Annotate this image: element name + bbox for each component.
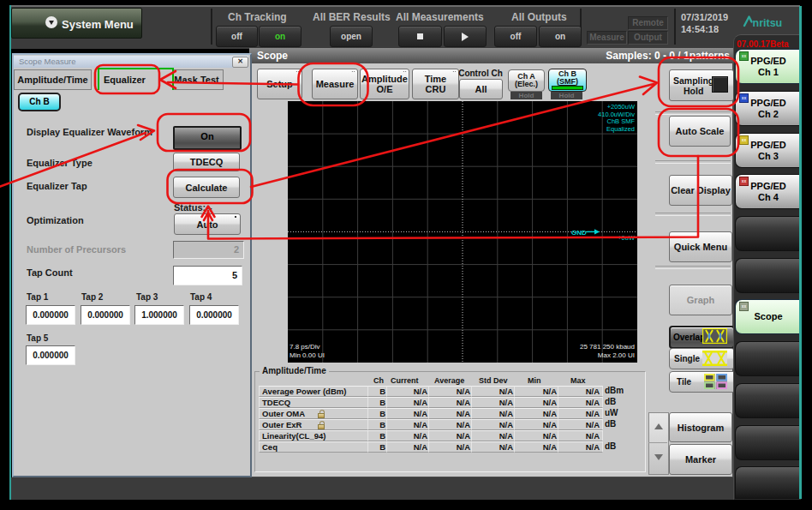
svg-text:7.8 ps/Div: 7.8 ps/Div [290,343,320,351]
svg-text:25 781 250 kbaud: 25 781 250 kbaud [580,343,635,351]
svg-text:nritsu: nritsu [753,17,783,29]
svg-text:+0uW: +0uW [618,234,636,242]
svg-text:Equalized: Equalized [606,125,635,133]
svg-text:Min 0.00 UI: Min 0.00 UI [290,351,325,359]
svg-text:Max 2.00 UI: Max 2.00 UI [598,351,635,359]
svg-text:GND: GND [571,229,587,237]
